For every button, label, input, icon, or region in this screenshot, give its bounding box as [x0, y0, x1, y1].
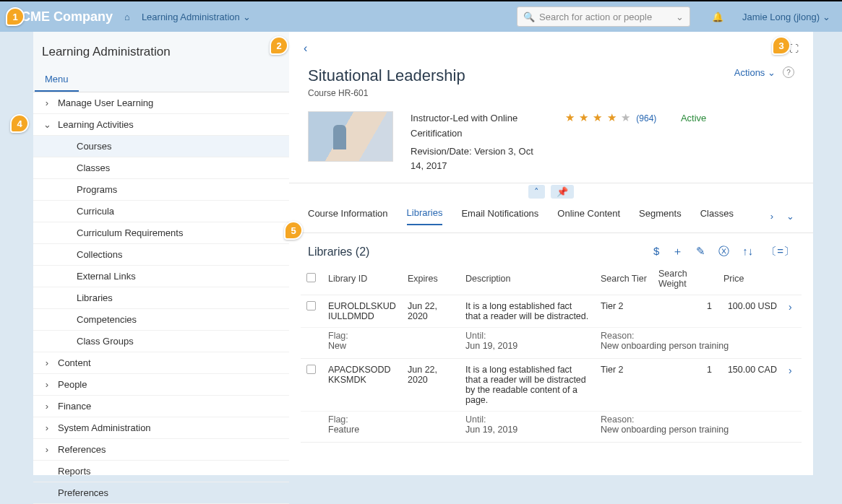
sidebar-subitem[interactable]: Curricula: [33, 201, 289, 222]
chevron-right-icon: ›: [43, 401, 51, 412]
col-library-id[interactable]: Library ID: [322, 263, 402, 295]
edit-icon[interactable]: ✎: [696, 245, 705, 258]
reason-value: New onboarding person training: [601, 341, 796, 351]
add-icon[interactable]: ＋: [672, 245, 683, 258]
sidebar-subitem[interactable]: Classes: [33, 157, 289, 179]
sidebar-item[interactable]: ›People: [33, 374, 289, 396]
company-name: ACME Company: [12, 9, 113, 25]
callout-1: 1: [6, 7, 25, 26]
sidebar-subitem[interactable]: Programs: [33, 179, 289, 201]
columns-icon[interactable]: 〔=〕: [766, 245, 794, 258]
sidebar-item-label: References: [58, 444, 106, 455]
chevron-down-icon: ⌄: [822, 12, 830, 22]
cell-tier: Tier 2: [595, 295, 653, 328]
rating-stars: ★ ★ ★ ★ ★: [565, 111, 631, 123]
reason-label: Reason:: [601, 414, 796, 425]
rating-count[interactable]: (964): [636, 113, 656, 123]
sidebar-item[interactable]: Reports: [33, 461, 289, 482]
cell-weight: 1: [653, 359, 718, 412]
nav-dropdown[interactable]: Learning Administration ⌄: [142, 12, 251, 22]
cell-library-id: EUROLDLSKUDIULLDMDD: [322, 295, 402, 328]
chevron-right-icon: ›: [43, 422, 51, 433]
col-search-weight[interactable]: Search Weight: [653, 263, 718, 295]
cell-weight: 1: [653, 295, 718, 328]
tab[interactable]: Online Content: [557, 208, 620, 225]
tabs-scroll-right-icon[interactable]: ›: [770, 211, 773, 222]
sidebar-subitem[interactable]: Collections: [33, 244, 289, 266]
sidebar-item[interactable]: ›System Administration: [33, 417, 289, 439]
reason-value: New onboarding person training: [601, 425, 796, 435]
user-menu[interactable]: Jamie Long (jlong) ⌄: [742, 12, 830, 22]
sidebar-subitem[interactable]: Class Groups: [33, 331, 289, 352]
libraries-table: Library ID Expires Description Search Ti…: [301, 263, 802, 443]
sidebar-subitem[interactable]: Curriculum Requirements: [33, 222, 289, 244]
sort-icon[interactable]: ↑↓: [742, 245, 753, 258]
chevron-down-icon: ⌄: [43, 119, 51, 130]
cell-price: 100.00 USD: [718, 295, 783, 328]
table-row: EUROLDLSKUDIULLDMDDJun 22, 2020It is a l…: [301, 295, 802, 328]
sidebar-tab-menu[interactable]: Menu: [35, 66, 79, 92]
sidebar: Learning Administration Menu ›Manage Use…: [33, 32, 289, 475]
tab[interactable]: Email Notifications: [461, 208, 538, 225]
sidebar-item-label: Learning Activities: [58, 119, 134, 130]
sidebar-item[interactable]: ›Finance: [33, 396, 289, 417]
row-checkbox[interactable]: [306, 301, 316, 310]
status-badge: Active: [681, 113, 706, 123]
sidebar-item[interactable]: ›Content: [33, 352, 289, 374]
cell-description: It is a long established fact that a rea…: [460, 295, 595, 328]
tab[interactable]: Course Information: [308, 208, 388, 225]
col-search-tier[interactable]: Search Tier: [595, 263, 653, 295]
collapse-icon[interactable]: ˄: [528, 185, 545, 199]
reason-label: Reason:: [601, 331, 796, 341]
col-price[interactable]: Price: [718, 263, 783, 295]
col-expires[interactable]: Expires: [402, 263, 460, 295]
back-button[interactable]: ‹: [304, 42, 307, 55]
pin-icon[interactable]: 📌: [551, 185, 574, 199]
actions-menu[interactable]: Actions ⌄: [734, 67, 776, 78]
tab[interactable]: Classes: [700, 208, 734, 225]
sidebar-item-label: System Administration: [58, 422, 151, 433]
sidebar-nav: ›Manage User Learning⌄Learning Activitie…: [33, 92, 289, 504]
row-nav-icon[interactable]: ›: [789, 365, 792, 376]
sidebar-subitem[interactable]: Courses: [33, 136, 289, 157]
tab[interactable]: Libraries: [407, 207, 443, 225]
sidebar-item[interactable]: ⌄Learning Activities: [33, 114, 289, 136]
sidebar-item-label: Finance: [58, 401, 91, 412]
sidebar-item[interactable]: ›References: [33, 439, 289, 461]
delete-icon[interactable]: ⓧ: [718, 245, 729, 258]
course-type: Instructor-Led with Online Ceritificatio…: [411, 111, 548, 142]
sidebar-item[interactable]: ›Manage User Learning: [33, 92, 289, 114]
home-icon[interactable]: ⌂: [124, 12, 130, 22]
chevron-right-icon: ›: [43, 444, 51, 455]
callout-4: 4: [10, 114, 29, 133]
sidebar-item[interactable]: Preferences: [33, 482, 289, 504]
course-thumbnail: [308, 111, 393, 162]
chevron-right-icon: ›: [43, 379, 51, 390]
sidebar-subitem[interactable]: External Links: [33, 266, 289, 287]
tabs-expand-icon[interactable]: ⌄: [786, 211, 794, 222]
col-description[interactable]: Description: [460, 263, 595, 295]
chevron-down-icon: ⌄: [676, 12, 684, 22]
sidebar-title: Learning Administration: [33, 32, 289, 66]
flag-label: Flag:: [328, 414, 454, 425]
sidebar-subitem[interactable]: Libraries: [33, 287, 289, 309]
table-row: APACDKSODDKKSMDKJun 22, 2020It is a long…: [301, 359, 802, 412]
currency-icon[interactable]: $: [653, 245, 659, 258]
global-search[interactable]: 🔍 Search for action or people ⌄: [517, 6, 690, 27]
user-name: Jamie Long (jlong): [742, 12, 820, 22]
row-checkbox[interactable]: [306, 365, 316, 374]
sidebar-subitem[interactable]: Competencies: [33, 309, 289, 331]
course-revision: Revision/Date: Version 3, Oct 14, 2017: [411, 144, 548, 175]
sidebar-item-label: Manage User Learning: [58, 97, 153, 108]
row-nav-icon[interactable]: ›: [789, 301, 792, 313]
global-header: ACME Company ⌂ Learning Administration ⌄…: [0, 0, 842, 32]
course-subtitle: Course HR-601: [308, 88, 465, 98]
tabs: Course InformationLibrariesEmail Notific…: [289, 200, 813, 233]
help-icon[interactable]: ?: [783, 66, 794, 78]
notifications-icon[interactable]: 🔔: [712, 12, 723, 22]
main-content: ‹ ⛶ Situational Leadership Course HR-601…: [289, 32, 813, 475]
cell-tier: Tier 2: [595, 359, 653, 412]
select-all-checkbox[interactable]: [306, 273, 316, 282]
cell-price: 150.00 CAD: [718, 359, 783, 412]
tab[interactable]: Segments: [639, 208, 682, 225]
